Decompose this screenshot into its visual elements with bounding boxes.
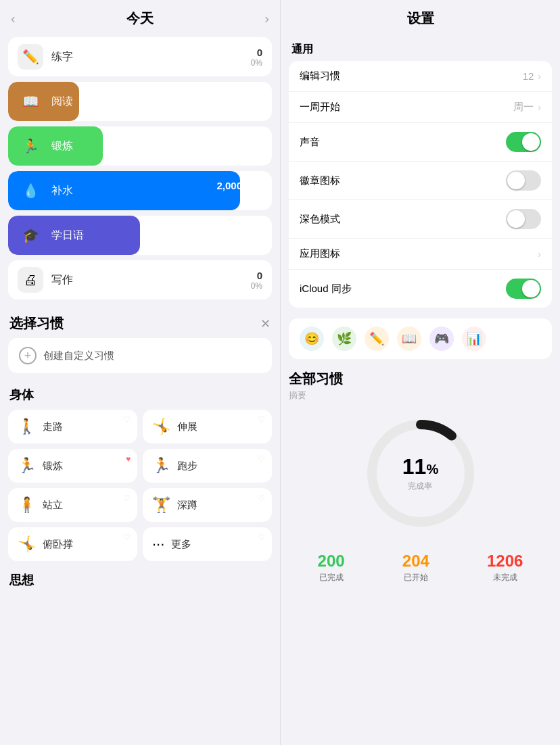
habit-value-writing2: 0 — [251, 270, 262, 281]
add-icon: + — [19, 347, 37, 364]
toggle-knob-6 — [522, 280, 540, 297]
settings-label-5: 应用图标 — [300, 247, 340, 260]
body-item-icon-2: 🏃 — [18, 457, 36, 475]
left-panel: ‹ 今天 › ✏️练字00%📖阅读16m39s27%🏃锻炼18分钟36%💧补水2… — [0, 0, 280, 745]
settings-title: 设置 — [407, 11, 434, 26]
habit-icon-reading: 📖 — [18, 89, 43, 114]
stats-row: 200已完成204已开始1206未完成 — [289, 545, 552, 590]
toggle-off-4[interactable] — [506, 209, 541, 229]
settings-row-6[interactable]: iCloud 同步 — [289, 270, 552, 308]
body-item-7[interactable]: ♡···更多 — [143, 527, 272, 561]
habit-value-japanese: 1 — [246, 225, 262, 237]
settings-row-3[interactable]: 徽章图标 — [289, 162, 552, 200]
stat-item-1: 204已开始 — [402, 552, 429, 583]
toggle-knob-4 — [507, 210, 525, 228]
body-item-name-4: 站立 — [43, 499, 63, 512]
body-item-3[interactable]: ♡🏃跑步 — [143, 449, 272, 483]
body-item-1[interactable]: ♡🤸伸展 — [143, 410, 272, 443]
strip-icon-2[interactable]: ✏️ — [365, 327, 389, 351]
habit-percent-exercise: 36% — [231, 148, 262, 158]
habit-name-exercise: 锻炼 — [51, 139, 231, 153]
nav-prev[interactable]: ‹ — [11, 11, 16, 26]
settings-label-1: 一周开始 — [300, 101, 340, 114]
settings-label-6: iCloud 同步 — [300, 283, 352, 295]
body-item-2[interactable]: ♥🏃锻炼 — [8, 449, 137, 483]
settings-row-2[interactable]: 声音 — [289, 123, 552, 162]
settings-row-0[interactable]: 编辑习惯12› — [289, 61, 552, 92]
habit-name-water: 补水 — [51, 184, 216, 198]
strip-icon-3[interactable]: 📖 — [397, 327, 421, 351]
body-habit-grid: ♡🚶走路♡🤸伸展♥🏃锻炼♡🏃跑步♡🧍站立♡🏋️深蹲♡🤸俯卧撑♡···更多 — [8, 410, 272, 561]
habit-name-writing2: 写作 — [51, 273, 251, 287]
body-item-4[interactable]: ♡🧍站立 — [8, 488, 137, 522]
habit-percent-writing2: 0% — [251, 281, 262, 291]
body-item-name-6: 俯卧撑 — [43, 538, 73, 551]
body-item-name-0: 走路 — [43, 420, 63, 433]
thoughts-section-title: 思想 — [0, 567, 280, 591]
toggle-off-3[interactable] — [506, 170, 541, 191]
body-item-6[interactable]: ♡🤸俯卧撑 — [8, 527, 137, 561]
completion-rate-label: 完成率 — [402, 481, 438, 492]
donut-chart-container: 11% 完成率 — [289, 412, 552, 534]
habit-card-reading[interactable]: 📖阅读16m39s27% — [8, 82, 272, 121]
body-item-0[interactable]: ♡🚶走路 — [8, 410, 137, 443]
body-item-name-2: 锻炼 — [43, 460, 63, 473]
habit-name-reading: 阅读 — [51, 95, 225, 109]
body-item-icon-5: 🏋️ — [152, 496, 170, 514]
habit-value-water: 2,000毫升 — [216, 180, 262, 193]
habit-card-writing[interactable]: ✏️练字00% — [8, 37, 272, 76]
habit-icon-writing: ✏️ — [18, 44, 43, 70]
stat-label-2: 未完成 — [487, 572, 523, 583]
icon-strip: 😊🌿✏️📖🎮📊 — [289, 318, 552, 359]
toggle-knob-2 — [522, 133, 540, 151]
settings-row-5[interactable]: 应用图标› — [289, 239, 552, 270]
habit-list: ✏️练字00%📖阅读16m39s27%🏃锻炼18分钟36%💧补水2,000毫升8… — [0, 37, 280, 299]
toggle-on-6[interactable] — [506, 279, 541, 299]
donut-label: 11% 完成率 — [402, 454, 438, 492]
habit-value-reading: 16m39s — [225, 91, 262, 103]
today-header: ‹ 今天 › — [0, 0, 280, 37]
toggle-on-2[interactable] — [506, 132, 541, 152]
body-section: 身体 ♡🚶走路♡🤸伸展♥🏃锻炼♡🏃跑步♡🧍站立♡🏋️深蹲♡🤸俯卧撑♡···更多 — [0, 384, 280, 561]
settings-row-1[interactable]: 一周开始周一› — [289, 92, 552, 123]
habit-icon-water: 💧 — [18, 178, 43, 203]
strip-icon-5[interactable]: 📊 — [462, 327, 486, 351]
habit-card-japanese[interactable]: 🎓学日语150% — [8, 216, 272, 255]
habit-card-water[interactable]: 💧补水2,000毫升88% — [8, 171, 272, 210]
strip-icon-1[interactable]: 🌿 — [332, 327, 356, 351]
toggle-knob-3 — [507, 172, 525, 189]
habit-card-writing2[interactable]: 🖨写作00% — [8, 260, 272, 299]
stat-value-0: 200 — [318, 552, 345, 571]
settings-row-4[interactable]: 深色模式 — [289, 200, 552, 239]
create-custom-habit-button[interactable]: + 创建自定义习惯 — [8, 338, 272, 373]
close-select-habits[interactable]: ✕ — [260, 316, 271, 331]
habit-icon-writing2: 🖨 — [18, 267, 43, 293]
body-item-name-1: 伸展 — [177, 420, 197, 433]
body-item-5[interactable]: ♡🏋️深蹲 — [143, 488, 272, 522]
habit-icon-japanese: 🎓 — [18, 222, 43, 248]
heart-icon-1: ♡ — [258, 415, 265, 425]
habit-name-japanese: 学日语 — [51, 229, 246, 243]
strip-icon-4[interactable]: 🎮 — [429, 327, 454, 351]
body-item-icon-1: 🤸 — [152, 418, 170, 435]
body-section-title: 身体 — [8, 384, 272, 410]
body-item-icon-6: 🤸 — [18, 535, 36, 553]
heart-icon-0: ♡ — [123, 415, 131, 425]
settings-label-3: 徽章图标 — [300, 174, 340, 187]
heart-icon-6: ♡ — [123, 533, 131, 542]
habit-card-exercise[interactable]: 🏃锻炼18分钟36% — [8, 126, 272, 166]
settings-value-0: 12 — [523, 70, 534, 82]
heart-icon-4: ♡ — [123, 494, 131, 503]
habit-percent-water: 88% — [216, 193, 262, 202]
strip-icon-0[interactable]: 😊 — [300, 327, 324, 351]
habit-icon-exercise: 🏃 — [18, 133, 43, 159]
body-item-icon-0: 🚶 — [18, 418, 36, 435]
general-section-label: 通用 — [281, 37, 560, 61]
habit-value-exercise: 18分钟 — [231, 135, 262, 148]
heart-icon-2: ♥ — [126, 454, 131, 464]
settings-label-0: 编辑习惯 — [300, 70, 340, 82]
habit-percent-reading: 27% — [225, 103, 262, 112]
nav-next[interactable]: › — [264, 11, 269, 26]
today-title: 今天 — [126, 9, 154, 28]
heart-icon-3: ♡ — [258, 454, 265, 464]
